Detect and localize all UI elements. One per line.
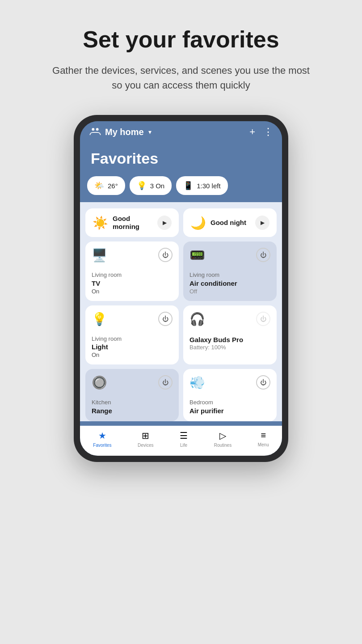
routines-nav-icon: ▷ [219, 430, 226, 441]
weather-label: 26° [108, 182, 118, 190]
purifier-location: Bedroom [189, 399, 270, 407]
scenes-row: ☀️ Good morning ▶ 🌙 Good night ▶ [85, 208, 277, 237]
night-play-button[interactable]: ▶ [255, 216, 269, 230]
tv-location: Living room [92, 271, 173, 279]
phone-screen: My home ▾ + ⋮ Favorites 🌤️ 26° 💡 3 On 📱 [80, 121, 282, 456]
night-icon: 🌙 [190, 216, 206, 230]
life-nav-label: Life [180, 443, 187, 448]
nav-routines[interactable]: ▷ Routines [214, 430, 232, 448]
header-left: My home ▾ [89, 126, 152, 138]
menu-nav-label: Menu [258, 442, 269, 447]
favorites-heading: Favorites [91, 150, 271, 167]
chips-row: 🌤️ 26° 💡 3 On 📱 1:30 left [80, 176, 282, 202]
devices-nav-label: Devices [138, 443, 154, 448]
light-icon: 💡 [137, 181, 147, 191]
timer-chip[interactable]: 📱 1:30 left [176, 176, 227, 195]
lights-label: 3 On [150, 182, 165, 190]
weather-icon: 🌤️ [94, 181, 104, 191]
range-name: Range [92, 407, 173, 415]
buds-status: Battery: 100% [189, 344, 270, 351]
buds-name: Galaxy Buds Pro [189, 335, 270, 344]
morning-label: Good morning [113, 215, 153, 231]
range-device-card[interactable]: 🔘 ⏻ Kitchen Range [85, 369, 179, 421]
tv-device-card[interactable]: 🖥️ ⏻ Living room TV On [85, 242, 179, 301]
timer-label: 1:30 left [197, 182, 220, 190]
light-device-card[interactable]: 💡 ⏻ Living room Light On [85, 305, 179, 364]
dropdown-arrow-icon[interactable]: ▾ [148, 128, 152, 136]
light-power-button[interactable]: ⏻ [158, 312, 173, 326]
range-icon: 🔘 [92, 375, 107, 390]
devices-nav-icon: ⊞ [142, 430, 149, 441]
tv-name: TV [92, 279, 173, 288]
life-nav-icon: ☰ [180, 430, 188, 441]
timer-icon: 📱 [183, 181, 193, 191]
routines-nav-label: Routines [214, 443, 232, 448]
night-text: Good night [210, 219, 251, 227]
home-title[interactable]: My home [105, 127, 144, 137]
nav-menu[interactable]: ≡ Menu [258, 430, 269, 448]
purifier-device-card[interactable]: 💨 ⏻ Bedroom Air purifier [183, 369, 277, 421]
purifier-card-top: 💨 ⏻ [189, 375, 270, 390]
buds-device-card[interactable]: 🎧 ⏻ Galaxy Buds Pro Battery: 100% [183, 305, 277, 364]
range-location: Kitchen [92, 399, 173, 407]
ac-power-button[interactable]: ⏻ [256, 248, 270, 262]
app-header: My home ▾ + ⋮ [80, 121, 282, 145]
device-grid: 🖥️ ⏻ Living room TV On 📟 ⏻ Living room A… [85, 242, 277, 421]
morning-play-button[interactable]: ▶ [157, 216, 172, 230]
nav-favorites[interactable]: ★ Favorites [93, 430, 111, 448]
home-members-icon [89, 126, 101, 138]
tv-status: On [92, 288, 173, 295]
more-button[interactable]: ⋮ [263, 126, 273, 138]
menu-nav-icon: ≡ [261, 430, 266, 441]
nav-life[interactable]: ☰ Life [180, 430, 188, 448]
header-right: + ⋮ [249, 126, 273, 138]
ac-device-card[interactable]: 📟 ⏻ Living room Air conditioner Off [183, 242, 277, 301]
add-button[interactable]: + [249, 126, 255, 138]
ac-card-top: 📟 ⏻ [189, 248, 270, 263]
svg-point-1 [96, 128, 99, 131]
ac-name: Air conditioner [189, 279, 270, 288]
buds-icon: 🎧 [189, 312, 205, 326]
favorites-nav-icon: ★ [98, 430, 106, 441]
buds-card-top: 🎧 ⏻ [189, 312, 270, 326]
lights-chip[interactable]: 💡 3 On [130, 176, 172, 195]
good-morning-scene[interactable]: ☀️ Good morning ▶ [85, 208, 179, 237]
content-area: ☀️ Good morning ▶ 🌙 Good night ▶ [80, 202, 282, 421]
morning-text: Good morning [113, 215, 153, 231]
range-power-button[interactable]: ⏻ [158, 375, 173, 390]
tv-icon: 🖥️ [92, 248, 107, 263]
page-subtitle: Gather the devices, services, and scenes… [51, 63, 311, 93]
weather-chip[interactable]: 🌤️ 26° [87, 176, 125, 195]
page-headline: Set your favorites [83, 27, 279, 52]
light-status: On [92, 352, 173, 358]
good-night-scene[interactable]: 🌙 Good night ▶ [183, 208, 277, 237]
ac-icon: 📟 [189, 248, 205, 263]
tv-power-button[interactable]: ⏻ [158, 248, 173, 262]
light-bulb-icon: 💡 [92, 312, 107, 326]
bottom-nav: ★ Favorites ⊞ Devices ☰ Life ▷ Routines … [80, 426, 282, 456]
purifier-name: Air purifier [189, 407, 270, 415]
favorites-nav-label: Favorites [93, 443, 111, 448]
ac-location: Living room [189, 271, 270, 279]
buds-power-button: ⏻ [256, 312, 270, 326]
ac-status: Off [189, 288, 270, 295]
light-card-top: 💡 ⏻ [92, 312, 173, 326]
svg-point-0 [92, 128, 94, 131]
phone-mockup: My home ▾ + ⋮ Favorites 🌤️ 26° 💡 3 On 📱 [74, 115, 288, 462]
favorites-title-section: Favorites [80, 145, 282, 176]
purifier-power-button[interactable]: ⏻ [256, 375, 270, 390]
tv-card-top: 🖥️ ⏻ [92, 248, 173, 263]
light-location: Living room [92, 335, 173, 343]
light-name: Light [92, 343, 173, 352]
purifier-icon: 💨 [189, 375, 205, 390]
morning-icon: ☀️ [93, 216, 108, 230]
range-card-top: 🔘 ⏻ [92, 375, 173, 390]
night-label: Good night [210, 219, 251, 227]
nav-devices[interactable]: ⊞ Devices [138, 430, 154, 448]
